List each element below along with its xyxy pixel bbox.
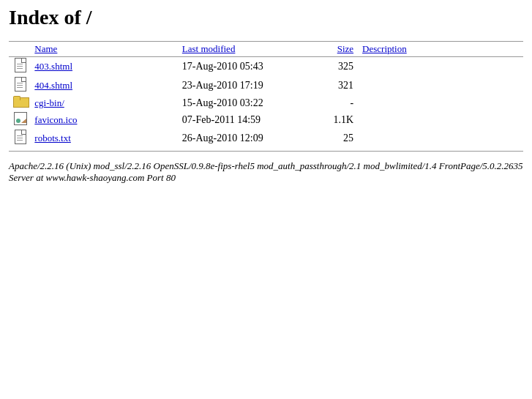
sort-by-size[interactable]: Size	[337, 43, 353, 54]
sort-by-description[interactable]: Description	[362, 43, 407, 54]
file-size: 321	[310, 76, 359, 95]
file-modified: 15-Aug-2010 03:22	[179, 95, 310, 111]
table-row: robots.txt 26-Aug-2010 12:09 25	[9, 129, 523, 148]
file-link[interactable]: 404.shtml	[34, 80, 72, 91]
file-modified: 17-Aug-2010 05:43	[179, 57, 310, 77]
file-link[interactable]: robots.txt	[34, 133, 70, 143]
file-description	[359, 95, 523, 111]
image-icon	[14, 112, 27, 125]
file-modified: 23-Aug-2010 17:19	[179, 76, 310, 95]
table-row: 404.shtml 23-Aug-2010 17:19 321	[9, 76, 523, 95]
table-header: Name Last modified Size Description	[9, 42, 523, 57]
file-modified: 26-Aug-2010 12:09	[179, 129, 310, 148]
page-title: Index of /	[9, 6, 523, 29]
table-row: favicon.ico 07-Feb-2011 14:59 1.1K	[9, 111, 523, 129]
file-description	[359, 57, 523, 77]
sort-by-name[interactable]: Name	[34, 43, 57, 54]
file-description	[359, 129, 523, 148]
document-icon	[15, 130, 26, 144]
file-description	[359, 76, 523, 95]
folder-icon	[13, 96, 28, 108]
file-size: -	[310, 95, 359, 111]
table-row: cgi-bin/ 15-Aug-2010 03:22 -	[9, 95, 523, 111]
file-link[interactable]: 403.shtml	[34, 61, 72, 72]
file-description	[359, 111, 523, 129]
document-icon	[15, 77, 26, 92]
file-size: 1.1K	[310, 111, 359, 129]
sort-by-modified[interactable]: Last modified	[182, 43, 236, 54]
table-footer-divider	[9, 148, 523, 151]
file-link[interactable]: favicon.ico	[34, 114, 77, 125]
file-modified: 07-Feb-2011 14:59	[179, 111, 310, 129]
document-icon	[15, 58, 26, 72]
file-size: 325	[310, 57, 359, 77]
file-size: 25	[310, 129, 359, 148]
table-row: 403.shtml 17-Aug-2010 05:43 325	[9, 57, 523, 77]
file-link[interactable]: cgi-bin/	[34, 97, 64, 108]
server-info: Apache/2.2.16 (Unix) mod_ssl/2.2.16 Open…	[9, 160, 523, 184]
